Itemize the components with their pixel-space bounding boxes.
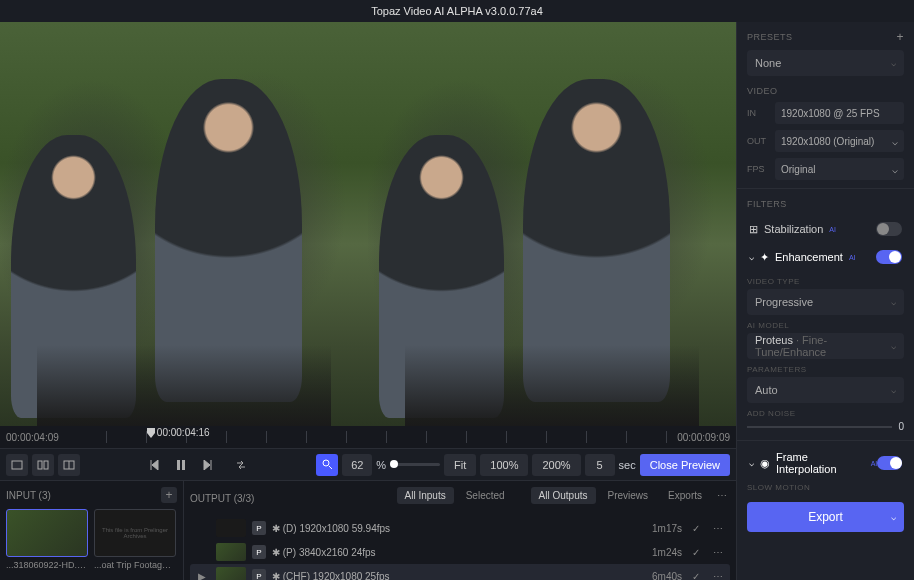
video-type-dropdown[interactable]: Progressive⌵: [747, 289, 904, 315]
timeline[interactable]: 00:00:04:09 00:00:04:16 00:00:09:09: [0, 426, 736, 448]
output-more-button[interactable]: ⋯: [710, 544, 726, 560]
input-thumb-image: [6, 509, 88, 557]
output-panel: OUTPUT (3/3) All InputsSelectedAll Outpu…: [184, 481, 736, 580]
filter-tab-selected[interactable]: Selected: [458, 487, 513, 504]
output-check-button[interactable]: ✓: [688, 544, 704, 560]
time-end: 00:00:09:09: [677, 432, 730, 443]
zoom-unit: %: [376, 459, 386, 471]
output-menu-button[interactable]: ⋯: [714, 488, 730, 504]
output-check-button[interactable]: ✓: [688, 520, 704, 536]
output-duration: 6m40s: [652, 571, 682, 581]
output-more-button[interactable]: ⋯: [710, 568, 726, 580]
next-frame-button[interactable]: [196, 454, 218, 476]
fps-dropdown[interactable]: Original⌵: [775, 158, 904, 180]
time-start: 00:00:04:09: [6, 432, 59, 443]
filter-tab-all-outputs[interactable]: All Outputs: [531, 487, 596, 504]
stabilization-toggle[interactable]: [876, 222, 902, 236]
add-noise-slider[interactable]: [747, 426, 892, 428]
loop-button[interactable]: [230, 454, 252, 476]
close-preview-button[interactable]: Close Preview: [640, 454, 730, 476]
presets-dropdown[interactable]: None⌵: [747, 50, 904, 76]
input-thumb-label: ...318060922-HD.mov: [6, 560, 88, 570]
compare-icon: [63, 460, 75, 470]
preview-area[interactable]: [0, 22, 736, 426]
output-row[interactable]: ▶P✱ (CHF) 1920x1080 25fps6m40s✓⋯: [190, 564, 730, 580]
svg-rect-5: [177, 460, 180, 470]
preview-processed: [368, 22, 736, 426]
output-check-button[interactable]: ✓: [688, 568, 704, 580]
preview-badge: P: [252, 521, 266, 535]
zoom-slider[interactable]: [390, 463, 440, 466]
skip-back-icon: [150, 460, 160, 470]
filter-tab-previews[interactable]: Previews: [600, 487, 657, 504]
output-info: ✱ (P) 3840x2160 24fps: [272, 547, 646, 558]
view-split-button[interactable]: [32, 454, 54, 476]
chevron-down-icon: ⌵: [891, 58, 896, 68]
parameters-dropdown[interactable]: Auto⌵: [747, 377, 904, 403]
chevron-down-icon: ⌵: [891, 512, 896, 522]
enhancement-toggle[interactable]: [876, 250, 902, 264]
view-single-button[interactable]: [6, 454, 28, 476]
export-button[interactable]: Export ⌵: [747, 502, 904, 532]
input-panel: INPUT (3) + ...318060922-HD.movThis file…: [0, 481, 184, 580]
output-thumb: [216, 543, 246, 561]
svg-rect-1: [38, 461, 42, 469]
ai-model-label: AI MODEL: [747, 321, 904, 330]
stabilization-filter[interactable]: ⊞StabilizationAI: [747, 215, 904, 243]
output-info: ✱ (CHF) 1920x1080 25fps: [272, 571, 646, 581]
seconds-unit: sec: [619, 459, 636, 471]
input-thumb[interactable]: This file is from Prelinger Archives...o…: [94, 509, 176, 570]
chevron-down-icon: ⌵: [749, 458, 754, 468]
zoom-button[interactable]: [316, 454, 338, 476]
frame-interpolation-toggle[interactable]: [877, 456, 902, 470]
playhead[interactable]: 00:00:04:16: [147, 427, 210, 438]
output-duration: 1m24s: [652, 547, 682, 558]
controls-bar: % Fit 100% 200% sec Close Preview: [0, 448, 736, 480]
svg-line-8: [329, 466, 332, 469]
title-bar: Topaz Video AI ALPHA v3.0.0.77a4: [0, 0, 914, 22]
output-more-button[interactable]: ⋯: [710, 520, 726, 536]
output-duration: 1m17s: [652, 523, 682, 534]
input-thumb[interactable]: ...318060922-HD.mov: [6, 509, 88, 570]
add-input-button[interactable]: +: [161, 487, 177, 503]
seconds-input[interactable]: [585, 454, 615, 476]
frames-icon: ◉: [760, 457, 770, 470]
svg-point-7: [323, 460, 329, 466]
input-thumb-image: This file is from Prelinger Archives: [94, 509, 176, 557]
filters-label: FILTERS: [747, 199, 904, 209]
filter-tab-all-inputs[interactable]: All Inputs: [397, 487, 454, 504]
svg-rect-6: [182, 460, 185, 470]
output-row[interactable]: P✱ (P) 3840x2160 24fps1m24s✓⋯: [190, 540, 730, 564]
zoom-200-button[interactable]: 200%: [532, 454, 580, 476]
input-header: INPUT (3): [6, 490, 51, 501]
timeline-ruler[interactable]: 00:00:04:16: [67, 431, 677, 443]
frame-interpolation-filter[interactable]: ⌵◉Frame InterpolationAI: [747, 449, 904, 477]
output-row[interactable]: P✱ (D) 1920x1080 59.94fps1m17s✓⋯: [190, 516, 730, 540]
preview-original: [0, 22, 368, 426]
split-icon: [37, 460, 49, 470]
output-thumb: [216, 567, 246, 580]
fps-label: FPS: [747, 164, 769, 174]
zoom-input[interactable]: [342, 454, 372, 476]
zoom-100-button[interactable]: 100%: [480, 454, 528, 476]
play-icon: ▶: [194, 568, 210, 580]
pause-icon: [176, 460, 186, 470]
filter-tab-exports[interactable]: Exports: [660, 487, 710, 504]
svg-rect-2: [44, 461, 48, 469]
add-preset-button[interactable]: +: [896, 30, 904, 44]
prev-frame-button[interactable]: [144, 454, 166, 476]
out-dropdown[interactable]: 1920x1080 (Original)⌵: [775, 130, 904, 152]
sparkle-icon: ✦: [760, 251, 769, 264]
chevron-down-icon: ⌵: [891, 297, 896, 307]
view-compare-button[interactable]: [58, 454, 80, 476]
play-pause-button[interactable]: [170, 454, 192, 476]
stabilization-icon: ⊞: [749, 223, 758, 236]
add-noise-value: 0: [898, 421, 904, 432]
output-thumb: [216, 519, 246, 537]
slow-motion-label: SLOW MOTION: [747, 483, 904, 492]
fit-button[interactable]: Fit: [444, 454, 476, 476]
chevron-down-icon: ⌵: [892, 164, 898, 175]
input-thumb-label: ...oat Trip Footage.mp4: [94, 560, 176, 570]
ai-model-dropdown[interactable]: Proteus · Fine-Tune/Enhance⌵: [747, 333, 904, 359]
enhancement-filter[interactable]: ⌵✦EnhancementAI: [747, 243, 904, 271]
